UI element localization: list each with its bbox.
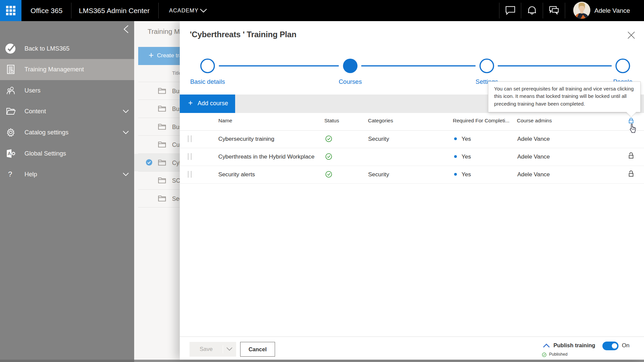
svg-text:A: A: [8, 151, 11, 156]
